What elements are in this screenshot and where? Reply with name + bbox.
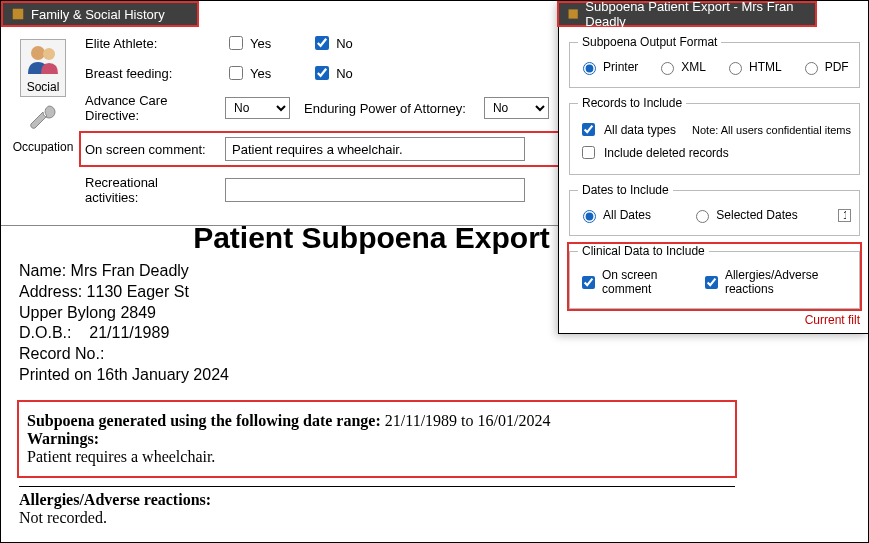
yes-label: Yes <box>250 66 271 81</box>
svg-rect-3 <box>569 9 578 18</box>
dob-label: D.O.B.: <box>19 324 89 341</box>
family-social-history-window: Family & Social History Social Occupatio… <box>1 1 566 226</box>
svg-point-1 <box>31 46 45 60</box>
name-label: Name: <box>19 262 71 279</box>
clinical-allergies-label: Allergies/Adverse reactions <box>725 268 851 296</box>
clinical-comment-checkbox[interactable] <box>582 276 595 289</box>
enduring-poa-select[interactable]: No <box>484 97 549 119</box>
left-window-titlebar: Family & Social History <box>1 1 199 27</box>
printed-date: 16th January 2024 <box>96 366 229 383</box>
output-format-group: Subpoena Output Format Printer XML HTML … <box>569 35 860 88</box>
people-icon <box>25 42 61 78</box>
subpoena-export-window: Subpoena Patient Export - Mrs Fran Deadl… <box>558 1 868 334</box>
output-printer-label: Printer <box>603 60 638 74</box>
selected-dates-label: Selected Dates <box>716 208 797 222</box>
sidebar-item-social[interactable]: Social <box>20 39 66 97</box>
include-deleted-checkbox[interactable] <box>582 146 595 159</box>
right-window-titlebar: Subpoena Patient Export - Mrs Fran Deadl… <box>557 1 817 27</box>
clinical-data-legend: Clinical Data to Include <box>578 244 709 258</box>
elite-athlete-label: Elite Athlete: <box>85 36 215 51</box>
dates-include-legend: Dates to Include <box>578 183 673 197</box>
recreational-input[interactable] <box>225 178 525 202</box>
range-value: 21/11/1989 to 16/01/2024 <box>385 412 551 429</box>
dates-include-group: Dates to Include All Dates Selected Date… <box>569 183 860 236</box>
all-data-types-label: All data types <box>604 123 676 137</box>
sidebar-item-occupation-label: Occupation <box>13 140 74 154</box>
selected-dates-radio[interactable] <box>696 210 709 223</box>
no-label: No <box>336 66 353 81</box>
address-label: Address: <box>19 283 87 300</box>
svg-rect-0 <box>13 9 24 20</box>
svg-point-2 <box>43 48 55 60</box>
recreational-label: Recreational activities: <box>85 175 215 205</box>
on-screen-comment-label: On screen comment: <box>85 142 215 157</box>
printed-label: Printed on <box>19 366 96 383</box>
clinical-data-group: Clinical Data to Include On screen comme… <box>569 244 860 309</box>
no-label: No <box>336 36 353 51</box>
records-include-legend: Records to Include <box>578 96 686 110</box>
output-printer-radio[interactable] <box>583 62 596 75</box>
output-pdf-label: PDF <box>825 60 849 74</box>
breast-feeding-yes-checkbox[interactable] <box>229 66 243 80</box>
yes-label: Yes <box>250 36 271 51</box>
output-html-radio[interactable] <box>729 62 742 75</box>
right-window-title: Subpoena Patient Export - Mrs Fran Deadl… <box>585 0 807 29</box>
include-deleted-label: Include deleted records <box>604 146 729 160</box>
records-note: Note: All users confidential items <box>692 124 851 136</box>
breast-feeding-no-checkbox[interactable] <box>315 66 329 80</box>
date-input[interactable] <box>838 209 851 222</box>
records-include-group: Records to Include All data types Note: … <box>569 96 860 175</box>
elite-athlete-no-checkbox[interactable] <box>315 36 329 50</box>
record-no-label: Record No.: <box>19 344 724 365</box>
warnings-label: Warnings: <box>27 430 99 447</box>
clinical-allergies-checkbox[interactable] <box>705 276 718 289</box>
patient-name: Mrs Fran Deadly <box>71 262 189 279</box>
all-data-types-checkbox[interactable] <box>582 123 595 136</box>
output-html-label: HTML <box>749 60 782 74</box>
all-dates-radio[interactable] <box>583 210 596 223</box>
output-xml-radio[interactable] <box>661 62 674 75</box>
sidebar-item-occupation[interactable]: Occupation <box>8 99 79 157</box>
range-label: Subpoena generated using the following d… <box>27 412 385 429</box>
address-line1: 1130 Eager St <box>87 283 189 300</box>
output-format-legend: Subpoena Output Format <box>578 35 721 49</box>
output-xml-label: XML <box>681 60 706 74</box>
report-divider <box>19 486 735 487</box>
enduring-poa-label: Enduring Power of Attorney: <box>304 101 466 116</box>
current-filter-text: Current filt <box>559 309 868 333</box>
elite-athlete-yes-checkbox[interactable] <box>229 36 243 50</box>
app-icon <box>11 7 25 21</box>
output-pdf-radio[interactable] <box>805 62 818 75</box>
dob-value: 21/11/1989 <box>89 324 169 341</box>
all-dates-label: All Dates <box>603 208 651 222</box>
app-icon <box>567 7 579 21</box>
advance-care-label: Advance Care Directive: <box>85 93 215 123</box>
allergies-text: Not recorded. <box>19 509 724 527</box>
on-screen-comment-input[interactable] <box>225 137 525 161</box>
advance-care-select[interactable]: No <box>225 97 290 119</box>
allergies-label: Allergies/Adverse reactions: <box>19 491 211 508</box>
warnings-text: Patient requires a wheelchair. <box>27 448 727 466</box>
left-window-title: Family & Social History <box>31 7 165 22</box>
left-sidebar: Social Occupation <box>7 33 79 215</box>
wrench-icon <box>25 102 61 138</box>
breast-feeding-label: Breast feeding: <box>85 66 215 81</box>
sidebar-item-social-label: Social <box>27 80 60 94</box>
clinical-comment-label: On screen comment <box>602 268 695 296</box>
